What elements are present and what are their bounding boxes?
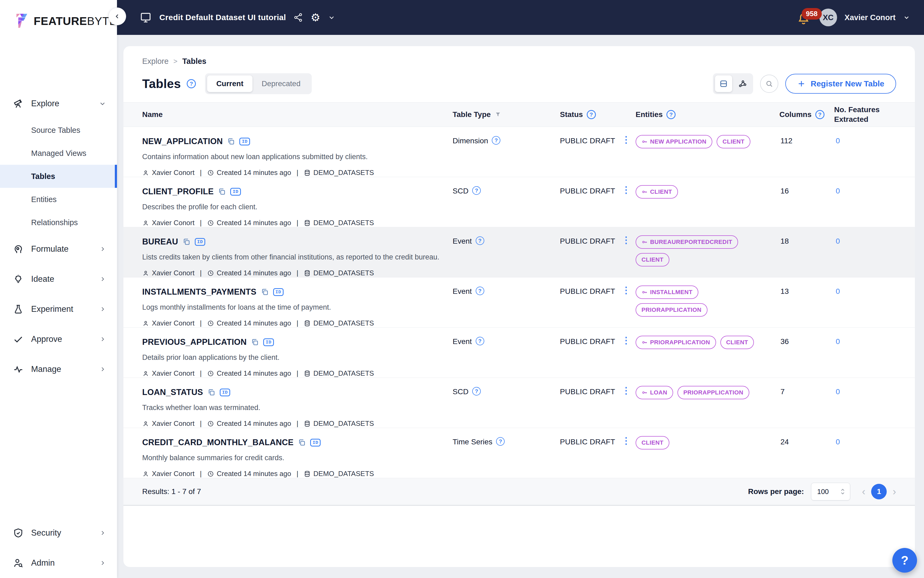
help-icon[interactable]: ?	[496, 437, 505, 446]
entity-chip[interactable]: CLIENT	[635, 253, 669, 266]
table-row[interactable]: CLIENT_PROFILE ID Describes the profile …	[123, 177, 915, 227]
share-icon[interactable]	[293, 13, 303, 22]
sidebar-item-entities[interactable]: Entities	[0, 188, 117, 211]
kebab-menu-icon[interactable]: ⋮	[622, 287, 631, 294]
chevron-down-icon[interactable]	[328, 14, 336, 21]
copy-icon[interactable]	[251, 338, 259, 346]
sidebar-item-source-tables[interactable]: Source Tables	[0, 119, 117, 142]
column-header-name[interactable]: Name	[142, 110, 452, 119]
help-icon[interactable]: ?	[476, 236, 484, 245]
sidebar-item-formulate[interactable]: Formulate	[0, 234, 117, 264]
entity-chip[interactable]: PRIORAPPLICATION	[635, 336, 716, 349]
id-icon[interactable]: ID	[230, 188, 241, 196]
help-icon[interactable]: ?	[476, 287, 484, 295]
table-row[interactable]: PREVIOUS_APPLICATION ID Details prior lo…	[123, 328, 915, 378]
rows-per-page-select[interactable]: 100	[811, 483, 850, 500]
copy-icon[interactable]	[261, 288, 269, 296]
table-row[interactable]: INSTALLMENTS_PAYMENTS ID Logs monthly in…	[123, 278, 915, 328]
copy-icon[interactable]	[298, 438, 306, 446]
register-new-table-button[interactable]: Register New Table	[785, 74, 896, 94]
copy-icon[interactable]	[218, 188, 226, 196]
features-count-link[interactable]: 0	[836, 237, 840, 245]
features-count-link[interactable]: 0	[836, 187, 840, 195]
features-count-link[interactable]: 0	[836, 388, 840, 396]
help-icon[interactable]: ?	[476, 337, 484, 345]
id-icon[interactable]: ID	[273, 288, 284, 296]
sidebar-item-ideate[interactable]: Ideate	[0, 264, 117, 294]
features-count-link[interactable]: 0	[836, 136, 840, 145]
table-row[interactable]: LOAN_STATUS ID Tracks whether loan was t…	[123, 378, 915, 428]
entity-chip[interactable]: NEW APPLICATION	[635, 135, 712, 148]
table-name-link[interactable]: CLIENT_PROFILE	[142, 187, 214, 196]
sidebar-item-approve[interactable]: Approve	[0, 324, 117, 354]
page-help-icon[interactable]: ?	[187, 79, 196, 88]
tab-deprecated[interactable]: Deprecated	[253, 75, 310, 92]
sidebar-item-manage[interactable]: Manage	[0, 354, 117, 384]
list-view-button[interactable]	[715, 75, 732, 92]
help-icon[interactable]: ?	[472, 186, 481, 195]
kebab-menu-icon[interactable]: ⋮	[622, 236, 631, 244]
kebab-menu-icon[interactable]: ⋮	[622, 437, 631, 444]
kebab-menu-icon[interactable]: ⋮	[622, 337, 631, 344]
id-icon[interactable]: ID	[239, 138, 250, 145]
search-button[interactable]	[760, 75, 778, 93]
filter-icon[interactable]	[494, 111, 501, 118]
sidebar-collapse-button[interactable]	[109, 8, 126, 25]
entity-chip[interactable]: PRIORAPPLICATION	[635, 303, 707, 317]
kebab-menu-icon[interactable]: ⋮	[622, 186, 631, 193]
sidebar-item-managed-views[interactable]: Managed Views	[0, 142, 117, 165]
table-row[interactable]: BUREAU ID Lists credits taken by clients…	[123, 227, 915, 278]
copy-icon[interactable]	[182, 238, 190, 246]
sidebar-item-experiment[interactable]: Experiment	[0, 294, 117, 324]
column-header-columns[interactable]: Columns?	[775, 110, 829, 119]
table-name-link[interactable]: PREVIOUS_APPLICATION	[142, 337, 246, 347]
help-icon[interactable]: ?	[815, 110, 825, 119]
table-row[interactable]: CREDIT_CARD_MONTHLY_BALANCE ID Monthly b…	[123, 428, 915, 478]
tab-current[interactable]: Current	[207, 75, 253, 92]
table-name-link[interactable]: LOAN_STATUS	[142, 388, 203, 397]
copy-icon[interactable]	[207, 388, 216, 396]
entity-chip[interactable]: LOAN	[635, 386, 673, 399]
entity-chip[interactable]: CLIENT	[717, 135, 751, 148]
entity-chip[interactable]: PRIORAPPLICATION	[678, 386, 749, 399]
table-name-link[interactable]: BUREAU	[142, 237, 178, 247]
id-icon[interactable]: ID	[220, 388, 230, 396]
column-header-features[interactable]: No. Features Extracted	[829, 105, 893, 125]
column-header-table-type[interactable]: Table Type	[452, 110, 560, 119]
breadcrumb-parent[interactable]: Explore	[142, 57, 169, 66]
entity-chip[interactable]: CLIENT	[635, 185, 678, 198]
help-icon[interactable]: ?	[492, 136, 500, 144]
table-name-link[interactable]: NEW_APPLICATION	[142, 136, 223, 146]
graph-view-button[interactable]	[734, 75, 751, 92]
features-count-link[interactable]: 0	[836, 438, 840, 446]
kebab-menu-icon[interactable]: ⋮	[622, 387, 631, 394]
help-icon[interactable]: ?	[472, 387, 481, 396]
features-count-link[interactable]: 0	[836, 337, 840, 346]
sidebar-item-explore[interactable]: Explore	[0, 89, 117, 119]
copy-icon[interactable]	[227, 137, 235, 145]
next-page-button[interactable]: ›	[893, 487, 896, 497]
features-count-link[interactable]: 0	[836, 287, 840, 295]
sidebar-item-tables[interactable]: Tables	[0, 165, 117, 188]
help-icon[interactable]: ?	[587, 110, 596, 119]
kebab-menu-icon[interactable]: ⋮	[622, 136, 631, 143]
table-row[interactable]: NEW_APPLICATION ID Contains information …	[123, 127, 915, 177]
notifications-button[interactable]: 958	[797, 9, 812, 26]
help-icon[interactable]: ?	[666, 110, 676, 119]
sidebar-item-relationships[interactable]: Relationships	[0, 211, 117, 234]
table-name-link[interactable]: INSTALLMENTS_PAYMENTS	[142, 287, 256, 297]
help-fab-button[interactable]: ?	[892, 548, 917, 573]
sidebar-item-security[interactable]: Security	[0, 518, 117, 548]
id-icon[interactable]: ID	[310, 439, 321, 446]
avatar[interactable]: XC	[819, 8, 837, 26]
user-menu-chevron-icon[interactable]	[903, 14, 910, 21]
sidebar-item-admin[interactable]: Admin	[0, 548, 117, 578]
id-icon[interactable]: ID	[263, 338, 274, 346]
gear-icon[interactable]: ⚙	[311, 12, 320, 23]
column-header-status[interactable]: Status?	[560, 110, 635, 119]
column-header-entities[interactable]: Entities?	[635, 110, 775, 119]
page-number-button[interactable]: 1	[871, 484, 887, 499]
id-icon[interactable]: ID	[195, 238, 205, 246]
entity-chip[interactable]: CLIENT	[635, 436, 669, 450]
previous-page-button[interactable]: ‹	[862, 487, 866, 497]
